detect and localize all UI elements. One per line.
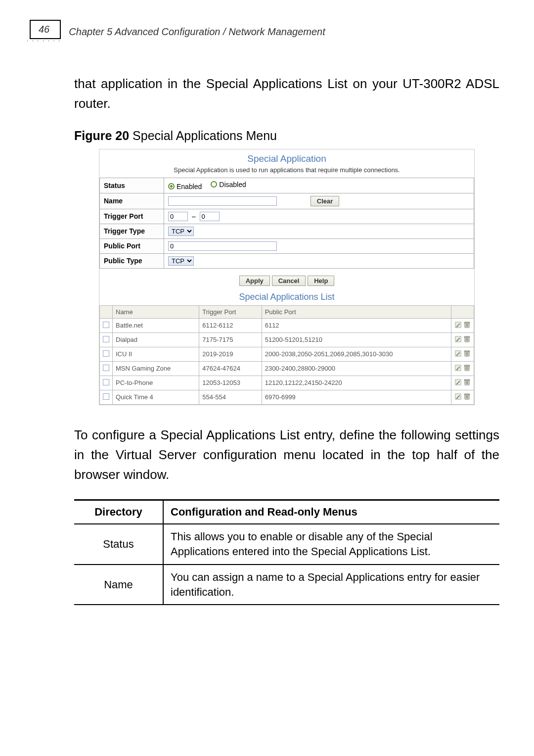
help-button[interactable]: Help [308,276,334,286]
list-checkbox-header [100,305,113,318]
directory-table: Directory Configuration and Read-only Me… [74,499,499,605]
trash-icon[interactable] [463,335,471,343]
status-label: Status [100,178,164,193]
sa-subtitle: Special Application is used to run appli… [99,164,474,178]
status-cell: Enabled Disabled [164,178,474,193]
dir-row-name: Name [74,565,163,605]
table-row: Quick Time 4554-5546970-6999 [100,390,474,404]
dir-row-desc: This allows you to enable or disable any… [163,524,499,564]
list-title: Special Applications List [99,289,474,305]
trash-icon[interactable] [463,364,471,372]
svg-rect-36 [456,398,457,399]
row-checkbox[interactable] [103,379,109,385]
chapter-title: Chapter 5 Advanced Configuration / Netwo… [69,26,325,38]
svg-rect-10 [464,336,470,337]
svg-rect-38 [464,393,470,394]
figure-title: Figure 20 Special Applications Menu [74,129,499,143]
trash-icon[interactable] [463,393,471,400]
row-public: 12120,12122,24150-24220 [262,376,451,390]
list-name-header: Name [113,305,199,318]
row-trigger: 2019-2019 [199,347,262,361]
trigger-type-select[interactable]: TCP [168,227,194,236]
name-label: Name [100,193,164,209]
row-checkbox[interactable] [103,350,109,357]
svg-rect-1 [456,326,457,327]
page-header: 46 · · · · · · · Chapter 5 Advanced Conf… [30,20,504,44]
svg-rect-8 [456,340,457,341]
edit-icon[interactable] [454,350,462,357]
public-port-input[interactable]: 0 [168,241,277,251]
special-application-screenshot: Special Application Special Application … [99,149,475,405]
trigger-port-cell: 0 – 0 [164,209,474,224]
button-row: Apply Cancel Help [99,269,474,289]
svg-rect-17 [464,350,470,351]
row-public: 6970-6999 [262,390,451,404]
row-public: 51200-51201,51210 [262,332,451,347]
edit-icon[interactable] [454,378,462,386]
public-type-cell: TCP [164,253,474,268]
trigger-port-from[interactable]: 0 [168,212,188,221]
enabled-text: Enabled [177,183,202,190]
name-cell: Clear [164,193,474,209]
trigger-type-label: Trigger Type [100,224,164,238]
status-disabled-radio[interactable]: Disabled [211,181,246,189]
apply-button[interactable]: Apply [239,276,270,286]
table-row: MSN Gaming Zone47624-476242300-2400,2880… [100,361,474,376]
sa-form-table: Status Enabled Disabled Name Clear T [99,178,474,269]
row-checkbox[interactable] [103,336,109,342]
table-row: Battle.net6112-61126112 [100,318,474,332]
row-checkbox[interactable] [103,365,109,371]
row-trigger: 554-554 [199,390,262,404]
trigger-port-to[interactable]: 0 [200,212,220,221]
row-public: 2300-2400,28800-29000 [262,361,451,376]
cancel-button[interactable]: Cancel [272,276,306,286]
svg-rect-24 [464,365,470,366]
row-public: 2000-2038,2050-2051,2069,2085,3010-3030 [262,347,451,361]
dir-row-desc: You can assign a name to a Special Appli… [163,565,499,605]
clear-button[interactable]: Clear [311,196,340,206]
dir-header-desc: Configuration and Read-only Menus [163,500,499,524]
svg-rect-31 [464,379,470,380]
edit-icon[interactable] [454,321,462,329]
status-enabled-radio[interactable]: Enabled [168,183,202,190]
row-name: PC-to-Phone [113,376,199,390]
trigger-type-cell: TCP [164,224,474,238]
public-type-select[interactable]: TCP [168,256,194,266]
list-public-header: Public Port [262,305,451,318]
trigger-port-label: Trigger Port [100,209,164,224]
public-type-label: Public Type [100,253,164,268]
row-trigger: 7175-7175 [199,332,262,347]
name-input[interactable] [168,196,277,206]
public-port-label: Public Port [100,238,164,253]
list-trigger-header: Trigger Port [199,305,262,318]
edit-icon[interactable] [454,393,462,400]
edit-icon[interactable] [454,335,462,343]
page-number: 46 [30,20,61,39]
table-row: ICU II2019-20192000-2038,2050-2051,2069,… [100,347,474,361]
row-name: Dialpad [113,332,199,347]
table-row: Dialpad7175-717551200-51201,51210 [100,332,474,347]
radio-unchecked-icon [211,181,217,188]
list-actions-header [451,305,474,318]
row-name: Quick Time 4 [113,390,199,404]
row-trigger: 6112-6112 [199,318,262,332]
intro-paragraph: that application in the Special Applicat… [74,74,499,114]
svg-rect-29 [456,383,457,384]
public-port-cell: 0 [164,238,474,253]
trash-icon[interactable] [463,378,471,386]
dir-header-directory: Directory [74,500,163,524]
row-checkbox[interactable] [103,322,109,328]
svg-rect-22 [456,369,457,370]
trash-icon[interactable] [463,321,471,329]
svg-rect-15 [456,355,457,356]
sa-title: Special Application [99,149,474,164]
trash-icon[interactable] [463,350,471,357]
config-paragraph: To configure a Special Applications List… [74,425,499,485]
edit-icon[interactable] [454,364,462,372]
svg-rect-3 [464,322,470,323]
row-trigger: 47624-47624 [199,361,262,376]
row-checkbox[interactable] [103,393,109,400]
row-name: ICU II [113,347,199,361]
table-row: PC-to-Phone12053-1205312120,12122,24150-… [100,376,474,390]
row-trigger: 12053-12053 [199,376,262,390]
